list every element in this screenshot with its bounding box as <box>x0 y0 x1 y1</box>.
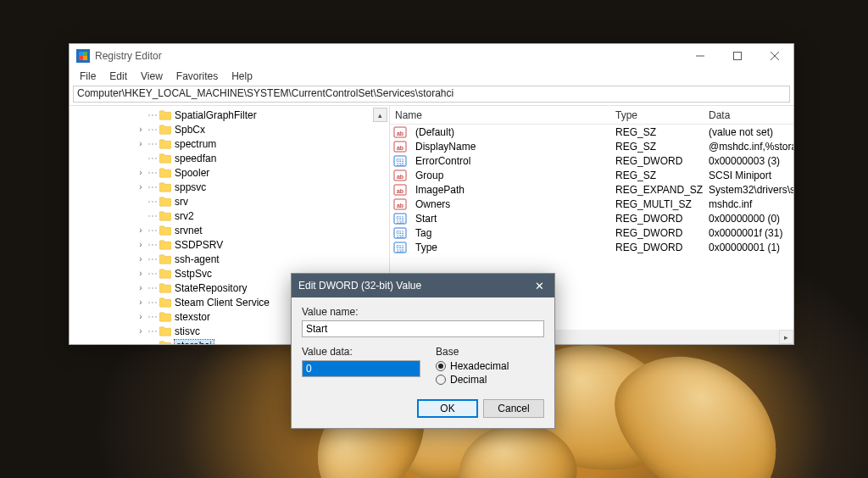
expander-icon[interactable]: ⌄ <box>136 341 146 344</box>
menu-favorites[interactable]: Favorites <box>171 69 223 83</box>
value-data: 0x00000001 (1) <box>704 242 793 253</box>
expander-icon[interactable]: › <box>136 254 146 264</box>
menu-edit[interactable]: Edit <box>104 69 132 83</box>
folder-icon <box>159 254 171 264</box>
menu-file[interactable]: File <box>75 69 101 83</box>
tree-item-label: SpatialGraphFilter <box>175 109 257 121</box>
binary-value-icon: 011110 <box>393 241 407 254</box>
value-type: REG_EXPAND_SZ <box>610 184 704 196</box>
expander-icon[interactable]: › <box>136 269 146 278</box>
value-type: REG_DWORD <box>610 227 704 239</box>
value-data: 0x0000001f (31) <box>704 227 793 239</box>
value-data: mshdc.inf <box>704 198 793 210</box>
dialog-title: Edit DWORD (32-bit) Value <box>298 280 421 292</box>
menu-help[interactable]: Help <box>226 69 258 83</box>
expander-icon[interactable]: › <box>136 225 146 235</box>
menu-view[interactable]: View <box>136 69 168 83</box>
value-row[interactable]: 011110TagREG_DWORD0x0000001f (31) <box>390 225 793 240</box>
tree-item-srv2[interactable]: ⋯srv2 <box>70 208 389 223</box>
expander-icon[interactable]: › <box>136 168 146 177</box>
folder-icon <box>159 283 171 293</box>
folder-icon <box>159 312 171 322</box>
tree-item-speedfan[interactable]: ⋯speedfan <box>70 151 389 165</box>
value-name: ErrorControl <box>410 155 610 167</box>
tree-item-label: spectrum <box>175 138 216 150</box>
tree-item-ssdpsrv[interactable]: ›⋯SSDPSRV <box>70 237 389 252</box>
maximize-button[interactable] <box>719 44 756 68</box>
expander-icon[interactable]: › <box>136 125 146 134</box>
window-title: Registry Editor <box>95 50 162 62</box>
titlebar[interactable]: Registry Editor <box>70 44 793 68</box>
tree-item-sppsvc[interactable]: ›⋯sppsvc <box>70 180 389 194</box>
tree-item-label: SpbCx <box>175 124 205 136</box>
radio-decimal[interactable]: Decimal <box>436 374 509 386</box>
radio-hex-label: Hexadecimal <box>450 360 509 372</box>
tree-item-label: srvnet <box>175 225 203 236</box>
value-name: Owners <box>410 198 610 210</box>
tree-item-spbcx[interactable]: ›⋯SpbCx <box>70 122 389 136</box>
tree-item-label: stisvc <box>175 325 200 337</box>
value-row[interactable]: 011110StartREG_DWORD0x00000000 (0) <box>390 211 793 225</box>
svg-text:110: 110 <box>396 219 403 224</box>
value-row[interactable]: abGroupREG_SZSCSI Miniport <box>390 168 793 182</box>
string-value-icon: ab <box>393 125 407 139</box>
value-name-label: Value name: <box>302 306 544 318</box>
tree-scroll-up-button[interactable]: ▴ <box>373 108 387 122</box>
tree-item-label: Steam Client Service <box>175 297 270 308</box>
value-row[interactable]: abOwnersREG_MULTI_SZmshdc.inf <box>390 197 793 211</box>
value-data-field[interactable] <box>302 360 420 377</box>
col-name[interactable]: Name <box>390 109 610 121</box>
tree-item-srvnet[interactable]: ›⋯srvnet <box>70 223 389 237</box>
svg-text:ab: ab <box>397 187 403 193</box>
minimize-button[interactable] <box>682 44 719 68</box>
tree-item-spectrum[interactable]: ›⋯spectrum <box>70 136 389 151</box>
expander-icon[interactable]: › <box>136 139 146 148</box>
folder-icon <box>159 341 171 345</box>
expander-icon[interactable]: › <box>136 326 146 336</box>
col-type[interactable]: Type <box>610 109 704 121</box>
col-data[interactable]: Data <box>704 109 793 121</box>
cancel-button[interactable]: Cancel <box>483 399 544 418</box>
expander-icon[interactable]: › <box>136 283 146 292</box>
value-row[interactable]: 011110ErrorControlREG_DWORD0x00000003 (3… <box>390 153 793 168</box>
scroll-right-button[interactable]: ▸ <box>779 330 793 344</box>
expander-icon[interactable]: › <box>136 297 146 307</box>
value-data: @mshdc.inf,%storahci <box>704 141 793 153</box>
dialog-titlebar[interactable]: Edit DWORD (32-bit) Value ✕ <box>292 274 554 297</box>
address-bar[interactable]: Computer\HKEY_LOCAL_MACHINE\SYSTEM\Curre… <box>73 86 790 103</box>
list-header[interactable]: Name Type Data <box>390 106 793 125</box>
radio-hexadecimal[interactable]: Hexadecimal <box>436 360 509 372</box>
binary-value-icon: 011110 <box>393 212 407 225</box>
value-name: (Default) <box>410 126 610 138</box>
value-row[interactable]: ab(Default)REG_SZ(value not set) <box>390 125 793 139</box>
tree-item-label: ssh-agent <box>175 253 220 265</box>
radio-dot-icon <box>436 375 446 385</box>
value-type: REG_DWORD <box>610 155 704 167</box>
tree-item-label: Spooler <box>175 167 209 179</box>
tree-item-srv[interactable]: ⋯srv <box>70 194 389 208</box>
string-value-icon: ab <box>393 140 407 153</box>
close-button[interactable] <box>756 44 793 68</box>
value-row[interactable]: abImagePathREG_EXPAND_SZSystem32\drivers… <box>390 182 793 197</box>
value-row[interactable]: abDisplayNameREG_SZ@mshdc.inf,%storahci <box>390 139 793 153</box>
expander-icon[interactable]: › <box>136 312 146 321</box>
value-name: Tag <box>410 227 610 239</box>
tree-item-spatialgraphfilter[interactable]: ⋯SpatialGraphFilter <box>70 108 389 122</box>
folder-icon <box>159 326 171 336</box>
folder-icon <box>159 269 171 279</box>
value-data: (value not set) <box>704 126 793 138</box>
tree-item-ssh-agent[interactable]: ›⋯ssh-agent <box>70 252 389 266</box>
tree-item-label: stexstor <box>175 311 210 323</box>
folder-icon <box>159 125 171 135</box>
value-name-field[interactable] <box>302 320 544 337</box>
ok-button[interactable]: OK <box>417 399 478 418</box>
value-row[interactable]: 011110TypeREG_DWORD0x00000001 (1) <box>390 240 793 254</box>
value-name: Group <box>410 170 610 181</box>
dialog-close-button[interactable]: ✕ <box>531 280 548 292</box>
tree-item-spooler[interactable]: ›⋯Spooler <box>70 165 389 180</box>
expander-icon[interactable]: › <box>136 182 146 192</box>
value-type: REG_SZ <box>610 141 704 153</box>
tree-item-label: sppsvc <box>175 181 206 193</box>
svg-text:110: 110 <box>396 233 403 238</box>
expander-icon[interactable]: › <box>136 240 146 249</box>
